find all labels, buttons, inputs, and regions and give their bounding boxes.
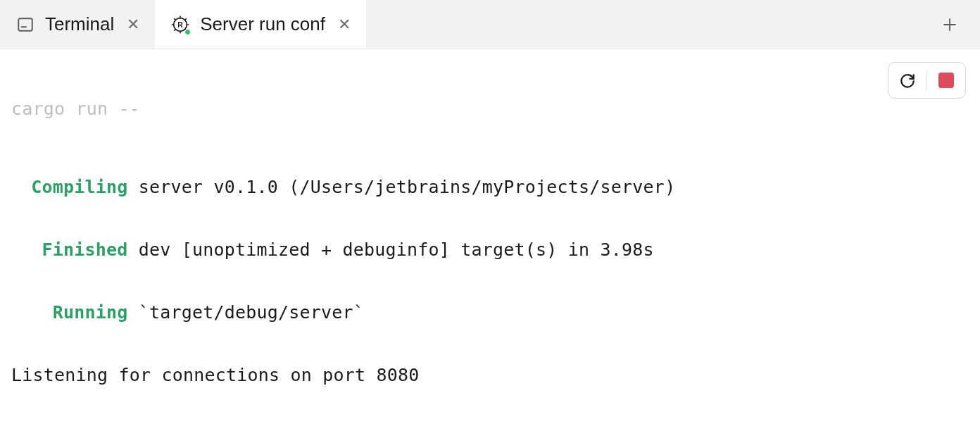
svg-text:R: R (177, 20, 183, 28)
close-icon[interactable]: ✕ (335, 14, 353, 35)
svg-rect-0 (18, 18, 32, 30)
status-label: Running (11, 297, 128, 329)
output-line: Listening for connections on port 8080 (11, 360, 969, 392)
add-tab-button[interactable] (932, 0, 967, 49)
output-line: Compiling server v0.1.0 (/Users/jetbrain… (11, 172, 969, 204)
output-text: dev [unoptimized + debuginfo] target(s) … (128, 239, 654, 260)
tab-runconf-label: Server run conf (200, 13, 325, 35)
console-output: cargo run -- Compiling server v0.1.0 (/U… (0, 49, 980, 424)
status-label: Finished (11, 235, 128, 266)
command-line: cargo run -- (11, 94, 969, 125)
tab-bar: Terminal ✕ R Server run conf ✕ (0, 0, 980, 49)
output-line: Running `target/debug/server` (11, 297, 969, 329)
tab-terminal-label: Terminal (45, 13, 114, 35)
close-icon[interactable]: ✕ (124, 14, 142, 35)
status-label: Compiling (11, 172, 128, 204)
output-line: Finished dev [unoptimized + debuginfo] t… (11, 235, 969, 266)
tab-run-configuration[interactable]: R Server run conf ✕ (155, 0, 366, 49)
output-text: server v0.1.0 (/Users/jetbrains/myProjec… (128, 177, 676, 197)
output-text: `target/debug/server` (128, 302, 365, 323)
rust-gear-icon: R (170, 15, 190, 35)
tab-terminal[interactable]: Terminal ✕ (0, 0, 155, 49)
terminal-icon (15, 15, 35, 35)
